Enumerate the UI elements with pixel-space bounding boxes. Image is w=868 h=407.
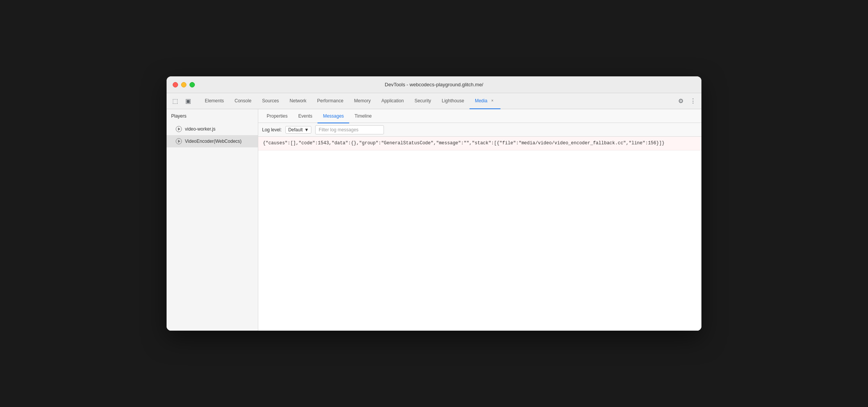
more-options-button[interactable]: ⋮	[688, 96, 698, 107]
sidebar-item-video-worker[interactable]: video-worker.js	[167, 123, 258, 135]
tab-bar-actions: ⚙ ⋮	[675, 96, 698, 107]
tab-network[interactable]: Network	[284, 93, 312, 109]
log-entry-text: {"causes":[],"code":1543,"data":{},"grou…	[263, 141, 664, 146]
tab-elements[interactable]: Elements	[199, 93, 229, 109]
cursor-icon: ⬚	[172, 97, 178, 105]
panel-tab-events[interactable]: Events	[293, 110, 318, 123]
log-entry: {"causes":[],"code":1543,"data":{},"grou…	[258, 137, 701, 150]
tab-lighthouse[interactable]: Lighthouse	[436, 93, 470, 109]
tab-media-close[interactable]: ×	[490, 98, 495, 103]
tab-sources[interactable]: Sources	[257, 93, 284, 109]
sidebar-item-label-video-worker: video-worker.js	[185, 126, 215, 132]
main-panel: Properties Events Messages Timeline Log …	[258, 109, 701, 331]
panel-toolbar: Log level: Default ▼	[258, 123, 701, 137]
log-level-dropdown-icon: ▼	[304, 127, 309, 132]
tab-console[interactable]: Console	[229, 93, 257, 109]
devtools-window: DevTools - webcodecs-playground.glitch.m…	[167, 76, 701, 331]
devtools-body: ⬚ ▣ Elements Console Sources Network Per…	[167, 93, 701, 331]
tab-bar: ⬚ ▣ Elements Console Sources Network Per…	[167, 93, 701, 109]
panel-tab-properties[interactable]: Properties	[261, 110, 293, 123]
tab-media[interactable]: Media ×	[470, 93, 500, 109]
tab-memory[interactable]: Memory	[349, 93, 376, 109]
settings-icon: ⚙	[678, 97, 683, 105]
minimize-button[interactable]	[181, 82, 186, 87]
filter-input[interactable]	[315, 125, 384, 134]
drawer-toggle-button[interactable]: ▣	[183, 96, 193, 107]
log-level-value: Default	[288, 127, 303, 132]
panel-content: {"causes":[],"code":1543,"data":{},"grou…	[258, 137, 701, 331]
panel-tab-timeline[interactable]: Timeline	[349, 110, 377, 123]
sidebar-item-label-video-encoder: VideoEncoder(WebCodecs)	[185, 139, 241, 144]
tab-performance[interactable]: Performance	[312, 93, 349, 109]
title-bar: DevTools - webcodecs-playground.glitch.m…	[167, 76, 701, 93]
cursor-tool-button[interactable]: ⬚	[170, 96, 180, 107]
sidebar-item-video-encoder[interactable]: VideoEncoder(WebCodecs)	[167, 135, 258, 147]
panel-tab-messages[interactable]: Messages	[317, 110, 349, 123]
log-level-select[interactable]: Default ▼	[285, 126, 311, 134]
traffic-lights	[173, 82, 195, 87]
sidebar: Players video-worker.js V	[167, 109, 258, 331]
play-icon-video-encoder	[176, 138, 182, 144]
close-button[interactable]	[173, 82, 178, 87]
drawer-icon: ▣	[185, 97, 191, 105]
play-icon-video-worker	[176, 126, 182, 132]
sidebar-header: Players	[167, 109, 258, 123]
maximize-button[interactable]	[189, 82, 195, 87]
window-title: DevTools - webcodecs-playground.glitch.m…	[385, 82, 483, 87]
tab-security[interactable]: Security	[409, 93, 436, 109]
more-icon: ⋮	[690, 97, 696, 105]
settings-button[interactable]: ⚙	[675, 96, 686, 107]
tab-application[interactable]: Application	[376, 93, 409, 109]
panel-tabs: Properties Events Messages Timeline	[258, 109, 701, 123]
content-area: Players video-worker.js V	[167, 109, 701, 331]
toolbar-icons: ⬚ ▣	[170, 96, 193, 107]
log-level-label: Log level:	[262, 127, 282, 132]
